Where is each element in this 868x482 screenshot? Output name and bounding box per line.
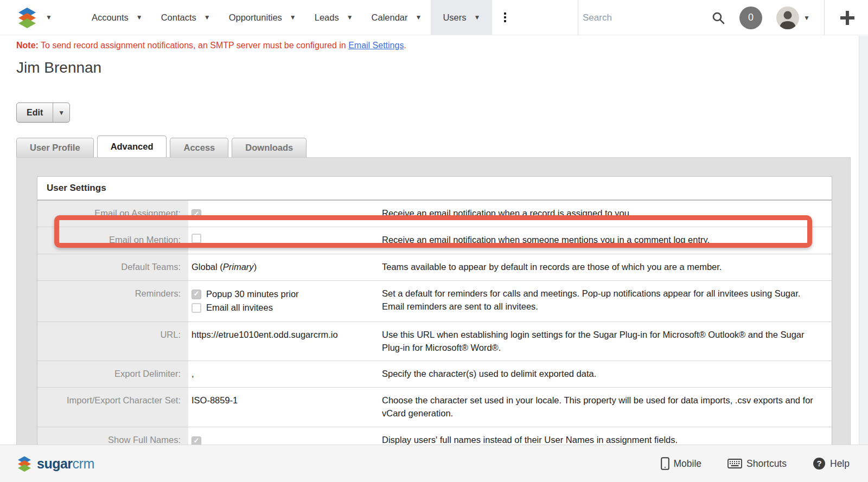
sugarcrm-footer-logo: sugarcrm	[16, 455, 94, 472]
search-input[interactable]	[583, 12, 697, 23]
edit-dropdown-button[interactable]: ▼	[53, 103, 69, 122]
settings-row: URL:https://etrue1010ent.odd.sugarcrm.io…	[37, 322, 832, 361]
nav-items: Accounts▼Contacts▼Opportunities▼Leads▼Ca…	[82, 0, 493, 35]
edit-button[interactable]: Edit	[17, 103, 53, 122]
home-logo-menu[interactable]: ▼	[16, 7, 52, 28]
note-body: To send record assignment notifications,…	[39, 41, 348, 50]
row-value-text: Global (	[192, 262, 223, 272]
row-label: Default Teams:	[37, 254, 188, 280]
tab-advanced[interactable]: Advanced	[97, 136, 167, 157]
row-description: Receive an email notification when a rec…	[381, 201, 832, 227]
nav-item-users[interactable]: Users▼	[431, 0, 492, 35]
user-menu[interactable]: ▼	[776, 7, 810, 29]
nav-item-opportunities[interactable]: Opportunities▼	[220, 0, 305, 35]
footer-link-label: Mobile	[674, 458, 702, 470]
mobile-link[interactable]: Mobile	[661, 457, 702, 470]
row-value: ✓Popup 30 minutes priorEmail all invitee…	[188, 281, 381, 322]
nav-item-label: Leads	[315, 12, 339, 23]
tab-user-profile[interactable]: User Profile	[16, 138, 94, 157]
row-value-text: )	[254, 262, 257, 272]
chevron-down-icon: ▼	[474, 14, 481, 21]
checkbox[interactable]: ✓	[192, 290, 201, 299]
nav-item-contacts[interactable]: Contacts▼	[152, 0, 220, 35]
kebab-menu-icon[interactable]	[496, 12, 514, 22]
advanced-tab-panel: User Settings Email on Assignment:✓Recei…	[16, 157, 851, 471]
chevron-down-icon: ▼	[803, 15, 810, 21]
sugarcrm-cube-logo	[16, 7, 38, 28]
divider	[824, 0, 825, 35]
chevron-down-icon: ▼	[58, 110, 65, 116]
settings-row: Export Delimiter:,Specify the character(…	[37, 361, 832, 387]
shortcuts-link[interactable]: Shortcuts	[727, 458, 787, 470]
footer-links: Mobile Shortcuts	[661, 457, 850, 470]
search-icon[interactable]	[711, 11, 725, 25]
detail-tabs: User ProfileAdvancedAccessDownloads	[16, 136, 868, 157]
settings-row: Reminders:✓Popup 30 minutes priorEmail a…	[37, 280, 832, 322]
checkbox-option-label: Email all invitees	[206, 301, 273, 314]
row-value: ,	[188, 361, 381, 387]
row-description: Choose the character set used in your lo…	[381, 388, 832, 427]
nav-item-label: Accounts	[92, 12, 129, 23]
chevron-down-icon: ▼	[204, 14, 210, 21]
svg-text:?: ?	[816, 459, 821, 468]
email-settings-link[interactable]: Email Settings	[348, 41, 404, 50]
tab-access[interactable]: Access	[170, 138, 228, 157]
row-description: Set a default for reminders for calls an…	[381, 281, 832, 322]
nav-item-label: Opportunities	[229, 12, 282, 23]
help-icon: ?	[813, 457, 826, 470]
settings-row: Email on Assignment:✓Receive an email no…	[37, 201, 832, 227]
settings-rows: Email on Assignment:✓Receive an email no…	[37, 201, 832, 453]
chevron-down-icon: ▼	[290, 14, 296, 21]
checkbox[interactable]: ✓	[192, 209, 201, 219]
row-label: Email on Mention:	[37, 227, 188, 254]
brand-crm: crm	[73, 456, 94, 471]
tab-downloads[interactable]: Downloads	[232, 138, 307, 157]
row-value: Global (Primary)	[188, 254, 381, 280]
row-label: Export Delimiter:	[37, 361, 188, 387]
table-title: User Settings	[37, 177, 832, 201]
chevron-down-icon: ▼	[46, 14, 52, 21]
tab-label: Downloads	[245, 143, 293, 153]
row-value: ✓	[188, 201, 381, 227]
row-value-text: Primary	[223, 262, 254, 272]
note-suffix: .	[404, 41, 406, 50]
tab-label: User Profile	[30, 143, 80, 153]
mobile-icon	[661, 457, 669, 470]
footer-link-label: Help	[830, 458, 850, 470]
quick-create-button[interactable]	[839, 9, 856, 27]
user-settings-table: User Settings Email on Assignment:✓Recei…	[37, 176, 832, 454]
notification-badge[interactable]: 0	[739, 7, 762, 29]
nav-item-label: Calendar	[372, 12, 408, 23]
checkbox[interactable]	[192, 234, 201, 243]
nav-item-calendar[interactable]: Calendar▼	[362, 0, 431, 35]
sugarcrm-app-window: ▼ Accounts▼Contacts▼Opportunities▼Leads▼…	[0, 0, 868, 482]
scrollbar-gutter[interactable]	[859, 36, 868, 445]
row-value: https://etrue1010ent.odd.sugarcrm.io	[188, 322, 381, 361]
keyboard-icon	[727, 459, 742, 468]
chevron-down-icon: ▼	[347, 14, 353, 21]
navbar: ▼ Accounts▼Contacts▼Opportunities▼Leads▼…	[0, 0, 868, 35]
row-description: Receive an email notification when someo…	[381, 227, 832, 254]
help-link[interactable]: ? Help	[813, 457, 850, 470]
smtp-note: Note: To send record assignment notifica…	[16, 41, 868, 50]
row-description: Teams available to appear by default in …	[381, 254, 832, 280]
checkbox[interactable]	[192, 303, 201, 313]
row-label: Email on Assignment:	[37, 201, 188, 227]
tab-label: Advanced	[111, 142, 154, 152]
nav-item-label: Contacts	[161, 12, 196, 23]
nav-item-leads[interactable]: Leads▼	[305, 0, 362, 35]
checkbox-option: Email all invitees	[192, 301, 375, 314]
row-label: Import/Export Character Set:	[37, 388, 188, 427]
nav-item-accounts[interactable]: Accounts▼	[82, 0, 152, 35]
settings-row: Email on Mention:Receive an email notifi…	[37, 227, 832, 254]
row-description: Use this URL when establishing login set…	[381, 322, 832, 361]
tab-label: Access	[183, 143, 215, 153]
plus-icon	[839, 9, 856, 27]
row-value: ISO-8859-1	[188, 388, 381, 427]
search-region	[578, 0, 697, 35]
settings-row: Import/Export Character Set:ISO-8859-1Ch…	[37, 387, 832, 427]
avatar	[776, 7, 799, 29]
row-label: URL:	[37, 322, 188, 361]
page-title: Jim Brennan	[16, 59, 868, 76]
footer-link-label: Shortcuts	[746, 458, 787, 470]
